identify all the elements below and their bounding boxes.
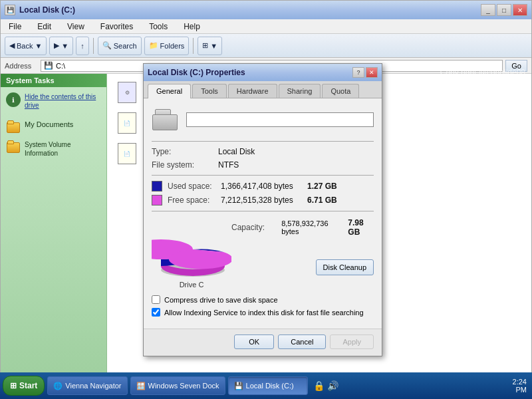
compress-checkbox-row: Compress drive to save disk space bbox=[152, 295, 374, 304]
dialog-button-area: OK Cancel Apply bbox=[144, 329, 382, 356]
menu-edit[interactable]: Edit bbox=[32, 21, 57, 33]
msdos-file-icon: 📄 bbox=[116, 112, 138, 134]
pie-chart-container: Drive C bbox=[152, 218, 231, 289]
taskbar-item-w7dock[interactable]: 🪟 Windows Seven Dock bbox=[130, 376, 225, 395]
sidebar-files-section: My Documents System Volume Information bbox=[1, 118, 106, 160]
dialog-help-button[interactable]: ? bbox=[352, 67, 364, 78]
dialog-close-button[interactable]: ✕ bbox=[366, 67, 378, 78]
capacity-gb: 7.98 GB bbox=[348, 218, 374, 237]
dialog-title-text: Local Disk (C:) Properties bbox=[148, 68, 245, 77]
separator-1 bbox=[152, 141, 374, 142]
localdisk-label: Local Disk (C:) bbox=[246, 382, 294, 390]
apply-button[interactable]: Apply bbox=[330, 334, 374, 349]
pie-chart-svg bbox=[152, 218, 231, 278]
free-space-row: Free space: 7,212,515,328 bytes 6.71 GB bbox=[152, 195, 374, 205]
menu-view[interactable]: View bbox=[62, 21, 90, 33]
explorer-window-icon: 💾 bbox=[5, 5, 15, 15]
tabs-row: General Tools Hardware Sharing Quota bbox=[144, 81, 382, 98]
desktop: 💾 Local Disk (C:) _ □ ✕ File Edit View F… bbox=[0, 0, 532, 399]
watermark-line2: forum.iwebviet.com bbox=[440, 79, 525, 92]
close-button[interactable]: ✕ bbox=[513, 4, 527, 16]
maximize-button[interactable]: □ bbox=[497, 4, 511, 16]
ok-button[interactable]: OK bbox=[234, 334, 274, 349]
up-button[interactable]: ↑ bbox=[76, 37, 89, 55]
capacity-bytes: 8,578,932,736 bytes bbox=[281, 219, 338, 235]
indexing-label: Allow Indexing Service to index this dis… bbox=[164, 309, 364, 317]
sidebar-item-hide-contents[interactable]: ℹ Hide the contents of this drive bbox=[1, 90, 106, 112]
dialog-main-content: Type: Local Disk File system: NTFS Used … bbox=[144, 98, 382, 329]
taskbar-item-vienna[interactable]: 🌐 Vienna Navigator bbox=[47, 376, 127, 395]
sidebar-system-volume[interactable]: System Volume Information bbox=[1, 138, 106, 160]
separator-3 bbox=[152, 211, 374, 211]
w7dock-label: Windows Seven Dock bbox=[148, 382, 219, 390]
dialog-controls: ? ✕ bbox=[352, 67, 378, 78]
disk-large-icon bbox=[152, 106, 178, 133]
tab-quota[interactable]: Quota bbox=[322, 84, 359, 98]
pie-free-main-slice bbox=[169, 249, 231, 269]
right-side: Capacity: 8,578,932,736 bytes 7.98 GB Di… bbox=[231, 218, 374, 289]
localdisk-icon: 💾 bbox=[234, 382, 243, 390]
tab-tools[interactable]: Tools bbox=[192, 84, 227, 98]
tab-general[interactable]: General bbox=[148, 84, 191, 98]
type-value: Local Disk bbox=[218, 147, 255, 156]
w7dock-icon: 🪟 bbox=[136, 382, 146, 390]
start-windows-icon: ⊞ bbox=[10, 381, 17, 390]
boot-file-icon: ⚙ bbox=[116, 82, 138, 103]
dialog-titlebar: Local Disk (C:) Properties ? ✕ bbox=[144, 64, 382, 81]
system-volume-label: System Volume Information bbox=[25, 140, 101, 158]
filesystem-row: File system: NTFS bbox=[152, 160, 374, 170]
type-label: Type: bbox=[152, 147, 218, 156]
type-row: Type: Local Disk bbox=[152, 147, 374, 156]
search-button[interactable]: 🔍 Search bbox=[98, 37, 142, 55]
start-button[interactable]: ⊞ Start bbox=[3, 376, 45, 396]
address-value[interactable]: C:\ bbox=[56, 62, 65, 70]
menu-help[interactable]: Help bbox=[178, 21, 205, 33]
sidebar-my-documents[interactable]: My Documents bbox=[1, 118, 106, 138]
indexing-checkbox[interactable] bbox=[152, 308, 160, 317]
tray-icon-1: 🔒 bbox=[313, 380, 325, 391]
free-space-gb: 6.71 GB bbox=[307, 196, 337, 205]
free-space-bytes: 7,212,515,328 bytes bbox=[221, 196, 307, 205]
menu-bar: File Edit View Favorites Tools Help bbox=[1, 19, 531, 34]
tray-icon-2: 🔊 bbox=[327, 380, 338, 391]
folders-label: Folders bbox=[160, 42, 185, 50]
folders-button[interactable]: 📁 Folders bbox=[144, 37, 190, 55]
pie-drive-label: Drive C bbox=[180, 281, 204, 289]
start-label: Start bbox=[19, 381, 37, 390]
my-documents-icon bbox=[6, 120, 21, 135]
address-label-text: Address bbox=[5, 62, 38, 70]
cancel-button[interactable]: Cancel bbox=[278, 334, 326, 349]
watermark: Copy right @cdbolide08 forum.iwebviet.co… bbox=[440, 66, 525, 105]
pagefile-icon: 📄 bbox=[116, 143, 138, 164]
capacity-label: Capacity: bbox=[231, 223, 277, 232]
menu-favorites[interactable]: Favorites bbox=[95, 21, 138, 33]
pie-chart-area: Drive C Capacity: 8,578,932,736 bytes 7.… bbox=[152, 218, 374, 289]
indexing-checkbox-row: Allow Indexing Service to index this dis… bbox=[152, 308, 374, 317]
vienna-navigator-icon: 🌐 bbox=[53, 382, 63, 390]
forward-button[interactable]: ▶ ▼ bbox=[49, 37, 73, 55]
toolbar: ◀ Back ▼ ▶ ▼ ↑ 🔍 Search 📁 Folders bbox=[1, 34, 531, 58]
view-icon: ⊞ bbox=[202, 41, 208, 50]
taskbar-item-localdisk[interactable]: 💾 Local Disk (C:) bbox=[228, 376, 308, 395]
taskbar-tray: 🔒 🔊 bbox=[311, 380, 341, 391]
back-dropdown-icon: ▼ bbox=[35, 42, 42, 50]
minimize-button[interactable]: _ bbox=[481, 4, 495, 16]
capacity-section: Capacity: 8,578,932,736 bytes 7.98 GB bbox=[231, 218, 374, 239]
watermark-line1: Copy right @cdbolide08 bbox=[440, 66, 525, 79]
disk-name-input[interactable] bbox=[186, 112, 374, 127]
disk-header bbox=[152, 106, 374, 133]
compress-checkbox[interactable] bbox=[152, 295, 160, 304]
menu-file[interactable]: File bbox=[3, 21, 27, 33]
search-label: Search bbox=[114, 42, 137, 50]
tab-sharing[interactable]: Sharing bbox=[279, 84, 321, 98]
view-button[interactable]: ⊞ ▼ bbox=[198, 37, 222, 55]
view-dropdown-icon: ▼ bbox=[210, 42, 217, 50]
disk-cleanup-button[interactable]: Disk Cleanup bbox=[316, 259, 374, 275]
search-icon: 🔍 bbox=[102, 41, 112, 50]
tab-hardware[interactable]: Hardware bbox=[228, 84, 277, 98]
toolbar-separator-1 bbox=[93, 38, 94, 54]
properties-dialog: Local Disk (C:) Properties ? ✕ General T… bbox=[143, 63, 382, 356]
back-button[interactable]: ◀ Back ▼ bbox=[5, 37, 47, 55]
menu-tools[interactable]: Tools bbox=[144, 21, 173, 33]
used-space-label: Used space: bbox=[168, 182, 221, 191]
